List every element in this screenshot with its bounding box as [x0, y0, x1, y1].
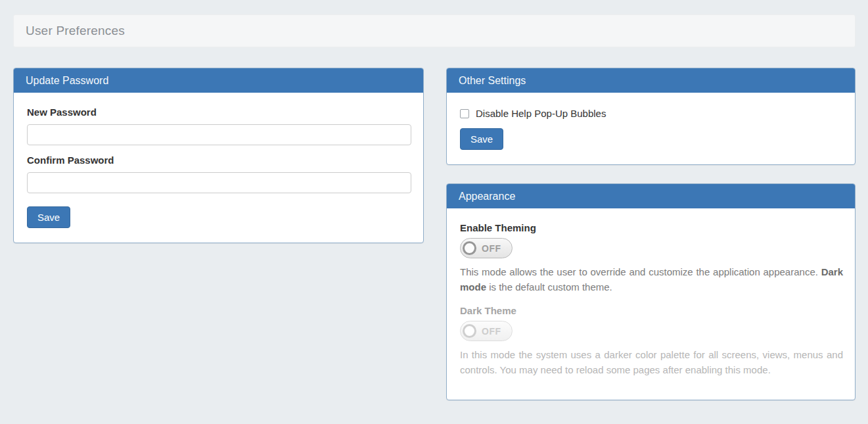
update-password-panel: Update Password New Password Confirm Pas… [13, 68, 424, 243]
dark-theme-description: In this mode the system uses a darker co… [460, 347, 843, 377]
dark-theme-label: Dark Theme [460, 305, 843, 316]
enable-theming-description: This mode allows the user to override an… [460, 264, 843, 294]
dark-theme-toggle-state: OFF [482, 326, 501, 337]
enable-theming-label: Enable Theming [460, 222, 843, 233]
appearance-panel-heading: Appearance [447, 184, 855, 208]
disable-help-checkbox[interactable] [460, 109, 469, 118]
new-password-input[interactable] [27, 124, 411, 145]
enable-theming-setting: Enable Theming OFF This mode allows the … [460, 222, 843, 294]
other-settings-panel-heading: Other Settings [447, 68, 855, 93]
dark-theme-toggle: OFF [460, 321, 513, 341]
appearance-panel: Appearance Enable Theming OFF This mode … [446, 183, 856, 400]
page-title: User Preferences [26, 24, 125, 38]
toggle-knob-icon [463, 324, 476, 338]
confirm-password-label: Confirm Password [27, 154, 411, 166]
user-preferences-page: User Preferences Update Password New Pas… [0, 0, 868, 400]
other-settings-save-button[interactable]: Save [460, 128, 503, 150]
toggle-knob-icon [463, 241, 476, 255]
new-password-label: New Password [27, 106, 411, 118]
disable-help-checkbox-label[interactable]: Disable Help Pop-Up Bubbles [476, 108, 606, 119]
confirm-password-input[interactable] [27, 172, 411, 193]
other-settings-panel: Other Settings Disable Help Pop-Up Bubbl… [446, 68, 856, 165]
update-password-save-button[interactable]: Save [27, 206, 70, 228]
enable-theming-toggle[interactable]: OFF [460, 238, 513, 258]
enable-theming-toggle-state: OFF [482, 243, 501, 254]
page-header: User Preferences [13, 14, 856, 47]
dark-theme-setting: Dark Theme OFF In this mode the system u… [460, 305, 843, 377]
update-password-panel-heading: Update Password [14, 68, 423, 93]
